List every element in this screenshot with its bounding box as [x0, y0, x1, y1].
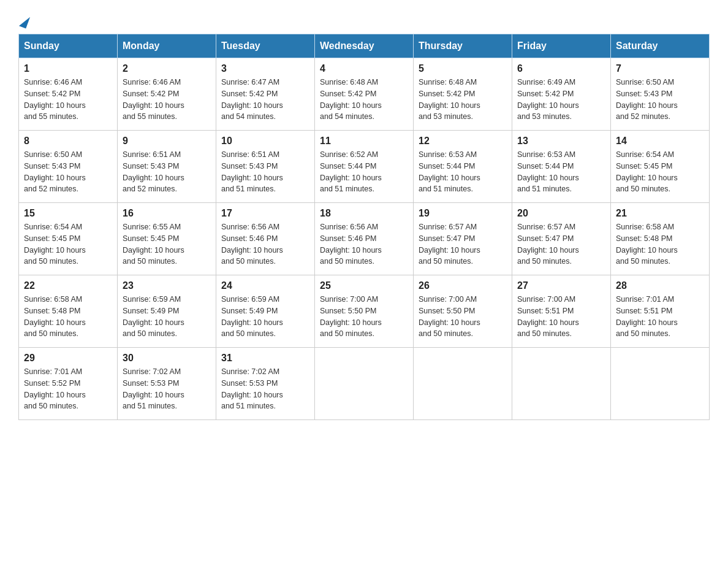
calendar-header-row: SundayMondayTuesdayWednesdayThursdayFrid…: [19, 34, 710, 58]
column-header-sunday: Sunday: [19, 34, 118, 58]
calendar-cell: 22 Sunrise: 6:58 AM Sunset: 5:48 PM Dayl…: [19, 275, 118, 348]
calendar-cell: 14 Sunrise: 6:54 AM Sunset: 5:45 PM Dayl…: [611, 131, 710, 203]
column-header-friday: Friday: [512, 34, 611, 58]
calendar-cell: 29 Sunrise: 7:01 AM Sunset: 5:52 PM Dayl…: [19, 348, 118, 420]
column-header-saturday: Saturday: [611, 34, 710, 58]
calendar-cell: 18 Sunrise: 6:56 AM Sunset: 5:46 PM Dayl…: [315, 203, 414, 275]
calendar-cell: 4 Sunrise: 6:48 AM Sunset: 5:42 PM Dayli…: [315, 58, 414, 131]
day-info: Sunrise: 7:01 AM Sunset: 5:51 PM Dayligh…: [616, 295, 678, 338]
day-number: 11: [320, 136, 408, 147]
column-header-wednesday: Wednesday: [315, 34, 414, 58]
day-number: 13: [517, 136, 605, 147]
logo-triangle-icon: [19, 15, 30, 29]
day-info: Sunrise: 6:56 AM Sunset: 5:46 PM Dayligh…: [320, 223, 382, 266]
day-info: Sunrise: 6:53 AM Sunset: 5:44 PM Dayligh…: [517, 150, 579, 193]
calendar-week-row: 29 Sunrise: 7:01 AM Sunset: 5:52 PM Dayl…: [19, 348, 710, 420]
day-info: Sunrise: 6:56 AM Sunset: 5:46 PM Dayligh…: [221, 223, 283, 266]
day-info: Sunrise: 6:48 AM Sunset: 5:42 PM Dayligh…: [320, 78, 382, 121]
day-info: Sunrise: 6:48 AM Sunset: 5:42 PM Dayligh…: [419, 78, 480, 121]
calendar-cell: 2 Sunrise: 6:46 AM Sunset: 5:42 PM Dayli…: [118, 58, 216, 131]
day-number: 5: [419, 63, 507, 74]
calendar-cell: 5 Sunrise: 6:48 AM Sunset: 5:42 PM Dayli…: [414, 58, 512, 131]
day-info: Sunrise: 6:54 AM Sunset: 5:45 PM Dayligh…: [24, 223, 86, 266]
day-number: 10: [221, 136, 309, 147]
day-number: 24: [221, 280, 309, 291]
calendar-cell: [315, 348, 414, 420]
calendar-cell: [414, 348, 512, 420]
calendar-cell: 31 Sunrise: 7:02 AM Sunset: 5:53 PM Dayl…: [216, 348, 315, 420]
day-info: Sunrise: 6:59 AM Sunset: 5:49 PM Dayligh…: [123, 295, 184, 338]
day-info: Sunrise: 6:52 AM Sunset: 5:44 PM Dayligh…: [320, 150, 382, 193]
day-info: Sunrise: 6:46 AM Sunset: 5:42 PM Dayligh…: [24, 78, 86, 121]
day-number: 3: [221, 63, 309, 74]
calendar-cell: 17 Sunrise: 6:56 AM Sunset: 5:46 PM Dayl…: [216, 203, 315, 275]
day-info: Sunrise: 6:50 AM Sunset: 5:43 PM Dayligh…: [24, 150, 86, 193]
day-info: Sunrise: 7:00 AM Sunset: 5:51 PM Dayligh…: [517, 295, 579, 338]
calendar-cell: 10 Sunrise: 6:51 AM Sunset: 5:43 PM Dayl…: [216, 131, 315, 203]
day-number: 21: [616, 208, 704, 219]
day-info: Sunrise: 7:02 AM Sunset: 5:53 PM Dayligh…: [221, 367, 283, 410]
calendar-table: SundayMondayTuesdayWednesdayThursdayFrid…: [18, 34, 710, 420]
day-number: 26: [419, 280, 507, 291]
day-number: 27: [517, 280, 605, 291]
calendar-cell: 23 Sunrise: 6:59 AM Sunset: 5:49 PM Dayl…: [118, 275, 216, 348]
logo: [18, 12, 28, 28]
calendar-cell: 26 Sunrise: 7:00 AM Sunset: 5:50 PM Dayl…: [414, 275, 512, 348]
day-info: Sunrise: 6:55 AM Sunset: 5:45 PM Dayligh…: [123, 223, 184, 266]
calendar-cell: 12 Sunrise: 6:53 AM Sunset: 5:44 PM Dayl…: [414, 131, 512, 203]
calendar-cell: 16 Sunrise: 6:55 AM Sunset: 5:45 PM Dayl…: [118, 203, 216, 275]
day-number: 20: [517, 208, 605, 219]
day-info: Sunrise: 6:47 AM Sunset: 5:42 PM Dayligh…: [221, 78, 283, 121]
calendar-cell: 7 Sunrise: 6:50 AM Sunset: 5:43 PM Dayli…: [611, 58, 710, 131]
day-info: Sunrise: 6:57 AM Sunset: 5:47 PM Dayligh…: [517, 223, 579, 266]
day-info: Sunrise: 7:02 AM Sunset: 5:53 PM Dayligh…: [123, 367, 184, 410]
day-info: Sunrise: 6:51 AM Sunset: 5:43 PM Dayligh…: [123, 150, 184, 193]
day-number: 4: [320, 63, 408, 74]
day-number: 25: [320, 280, 408, 291]
column-header-thursday: Thursday: [414, 34, 512, 58]
calendar-cell: 27 Sunrise: 7:00 AM Sunset: 5:51 PM Dayl…: [512, 275, 611, 348]
day-number: 23: [123, 280, 211, 291]
day-number: 30: [123, 353, 211, 364]
logo-blue-text: [18, 15, 28, 28]
calendar-cell: 3 Sunrise: 6:47 AM Sunset: 5:42 PM Dayli…: [216, 58, 315, 131]
calendar-cell: 21 Sunrise: 6:58 AM Sunset: 5:48 PM Dayl…: [611, 203, 710, 275]
day-info: Sunrise: 6:50 AM Sunset: 5:43 PM Dayligh…: [616, 78, 678, 121]
calendar-cell: 6 Sunrise: 6:49 AM Sunset: 5:42 PM Dayli…: [512, 58, 611, 131]
day-number: 28: [616, 280, 704, 291]
day-number: 22: [24, 280, 112, 291]
day-number: 18: [320, 208, 408, 219]
day-info: Sunrise: 6:57 AM Sunset: 5:47 PM Dayligh…: [419, 223, 480, 266]
calendar-week-row: 1 Sunrise: 6:46 AM Sunset: 5:42 PM Dayli…: [19, 58, 710, 131]
calendar-cell: 24 Sunrise: 6:59 AM Sunset: 5:49 PM Dayl…: [216, 275, 315, 348]
day-number: 19: [419, 208, 507, 219]
day-number: 29: [24, 353, 112, 364]
calendar-cell: 25 Sunrise: 7:00 AM Sunset: 5:50 PM Dayl…: [315, 275, 414, 348]
day-info: Sunrise: 7:00 AM Sunset: 5:50 PM Dayligh…: [419, 295, 480, 338]
day-number: 8: [24, 136, 112, 147]
day-number: 15: [24, 208, 112, 219]
calendar-cell: 8 Sunrise: 6:50 AM Sunset: 5:43 PM Dayli…: [19, 131, 118, 203]
column-header-tuesday: Tuesday: [216, 34, 315, 58]
day-number: 7: [616, 63, 704, 74]
calendar-cell: [512, 348, 611, 420]
calendar-week-row: 15 Sunrise: 6:54 AM Sunset: 5:45 PM Dayl…: [19, 203, 710, 275]
header: [18, 12, 710, 28]
day-info: Sunrise: 6:46 AM Sunset: 5:42 PM Dayligh…: [123, 78, 184, 121]
calendar-cell: 20 Sunrise: 6:57 AM Sunset: 5:47 PM Dayl…: [512, 203, 611, 275]
day-number: 14: [616, 136, 704, 147]
calendar-cell: [611, 348, 710, 420]
day-info: Sunrise: 6:58 AM Sunset: 5:48 PM Dayligh…: [24, 295, 86, 338]
day-number: 17: [221, 208, 309, 219]
column-header-monday: Monday: [118, 34, 216, 58]
calendar-cell: 1 Sunrise: 6:46 AM Sunset: 5:42 PM Dayli…: [19, 58, 118, 131]
calendar-week-row: 22 Sunrise: 6:58 AM Sunset: 5:48 PM Dayl…: [19, 275, 710, 348]
calendar-cell: 11 Sunrise: 6:52 AM Sunset: 5:44 PM Dayl…: [315, 131, 414, 203]
calendar-cell: 30 Sunrise: 7:02 AM Sunset: 5:53 PM Dayl…: [118, 348, 216, 420]
calendar-cell: 28 Sunrise: 7:01 AM Sunset: 5:51 PM Dayl…: [611, 275, 710, 348]
calendar-cell: 9 Sunrise: 6:51 AM Sunset: 5:43 PM Dayli…: [118, 131, 216, 203]
day-info: Sunrise: 7:01 AM Sunset: 5:52 PM Dayligh…: [24, 367, 86, 410]
day-number: 1: [24, 63, 112, 74]
calendar-cell: 15 Sunrise: 6:54 AM Sunset: 5:45 PM Dayl…: [19, 203, 118, 275]
day-number: 31: [221, 353, 309, 364]
